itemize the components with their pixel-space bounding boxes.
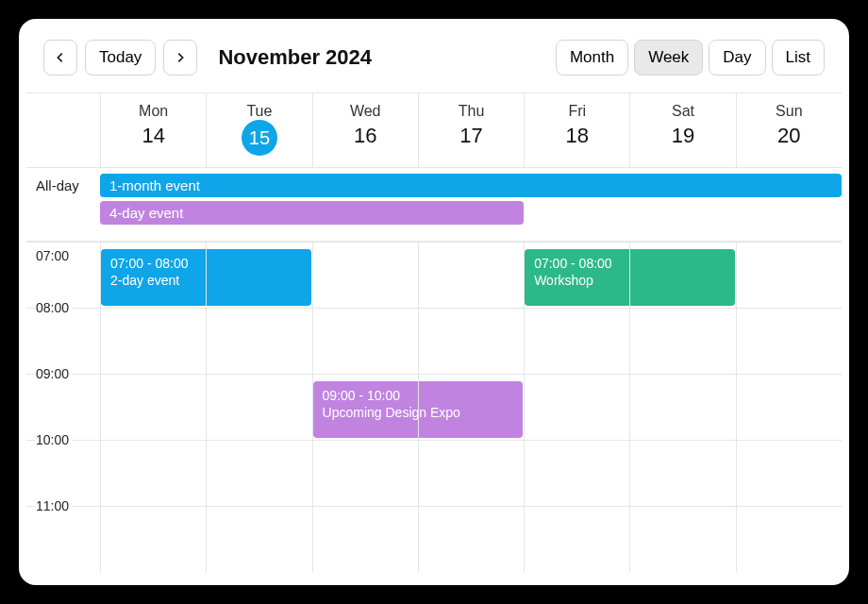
day-of-week: Thu — [419, 103, 524, 120]
time-grid: 07:0008:0009:0010:0011:00 07:00 - 08:002… — [26, 242, 842, 572]
day-of-week: Sat — [630, 103, 735, 120]
day-column[interactable] — [206, 242, 311, 572]
day-header-row: Mon14Tue15Wed16Thu17Fri18Sat19Sun20 — [26, 93, 842, 168]
day-header[interactable]: Fri18 — [524, 93, 629, 167]
day-number: 19 — [630, 124, 735, 148]
day-of-week: Sun — [737, 103, 842, 120]
view-week-button[interactable]: Week — [634, 40, 703, 76]
day-column[interactable]: 09:00 - 10:00Upcoming Design Expo — [312, 242, 418, 572]
hour-label: 07:00 — [36, 248, 73, 263]
calendar-grid: Mon14Tue15Wed16Thu17Fri18Sat19Sun20 All-… — [26, 92, 842, 572]
toolbar: Today November 2024 MonthWeekDayList — [26, 40, 842, 92]
day-column[interactable] — [418, 242, 524, 572]
next-button[interactable] — [163, 40, 197, 76]
allday-row: All-day 1-month event4-day event — [26, 168, 842, 242]
day-number: 14 — [101, 124, 206, 148]
chevron-left-icon — [54, 51, 67, 64]
day-number: 15 — [207, 120, 311, 156]
day-column[interactable]: 07:00 - 08:002-day event — [100, 242, 206, 572]
current-period-title: November 2024 — [218, 45, 372, 70]
day-header[interactable]: Sat19 — [629, 93, 735, 167]
day-column[interactable] — [629, 242, 735, 572]
hour-label: 11:00 — [36, 498, 73, 513]
day-number: 16 — [313, 124, 418, 148]
view-switcher: MonthWeekDayList — [556, 40, 825, 76]
day-of-week: Tue — [207, 103, 311, 120]
allday-label: All-day — [26, 168, 100, 241]
view-month-button[interactable]: Month — [556, 40, 628, 76]
day-number: 17 — [419, 124, 524, 148]
day-header[interactable]: Tue15 — [206, 93, 311, 167]
view-day-button[interactable]: Day — [709, 40, 765, 76]
day-header[interactable]: Mon14 — [100, 93, 206, 167]
view-list-button[interactable]: List — [772, 40, 825, 76]
prev-button[interactable] — [43, 40, 77, 76]
day-column[interactable] — [736, 242, 842, 572]
hour-label: 09:00 — [36, 366, 73, 381]
calendar-app: Today November 2024 MonthWeekDayList Mon… — [19, 19, 849, 585]
chevron-right-icon — [174, 51, 187, 64]
day-number: 20 — [737, 124, 842, 148]
day-of-week: Fri — [525, 103, 629, 120]
hour-label: 10:00 — [36, 432, 73, 447]
day-number: 18 — [525, 124, 629, 148]
day-column[interactable]: 07:00 - 08:00Workshop — [524, 242, 629, 572]
allday-event[interactable]: 4-day event — [100, 201, 524, 225]
day-header[interactable]: Wed16 — [312, 93, 418, 167]
hour-label: 08:00 — [36, 300, 73, 315]
day-header[interactable]: Sun20 — [736, 93, 842, 167]
day-of-week: Wed — [313, 103, 418, 120]
day-of-week: Mon — [101, 103, 206, 120]
day-header[interactable]: Thu17 — [418, 93, 524, 167]
allday-event[interactable]: 1-month event — [100, 174, 842, 197]
today-button[interactable]: Today — [85, 40, 156, 76]
